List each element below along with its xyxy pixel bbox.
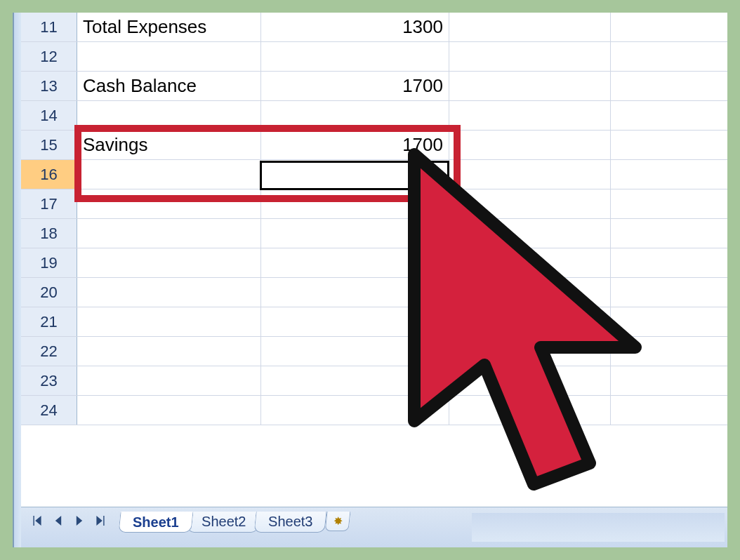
sheet-tabs: Sheet1 Sheet2 Sheet3 ✸ [119, 512, 350, 533]
cell-B13[interactable]: 1700 [261, 72, 449, 100]
cell-D24[interactable] [611, 396, 727, 425]
cell-A19[interactable] [77, 248, 261, 277]
sheet-nav-buttons [27, 512, 111, 530]
cell-B20[interactable] [261, 278, 449, 307]
row-header[interactable]: 15 [21, 131, 77, 159]
cell-A20[interactable] [77, 278, 261, 307]
left-gutter [14, 13, 21, 547]
cell-C16[interactable] [449, 160, 611, 189]
cell-C13[interactable] [449, 72, 611, 100]
cell-B21[interactable] [261, 307, 449, 336]
new-sheet-icon: ✸ [333, 514, 343, 528]
cell-D15[interactable] [611, 131, 727, 159]
cell-A24[interactable] [77, 396, 261, 425]
row-header[interactable]: 13 [21, 72, 77, 100]
row-17: 17 [21, 189, 727, 219]
row-header-active[interactable]: 16 [21, 160, 77, 189]
nav-next-icon[interactable] [69, 512, 90, 530]
cell-D18[interactable] [611, 219, 727, 248]
cell-B11[interactable]: 1300 [261, 13, 449, 41]
spreadsheet-window: 11 Total Expenses 1300 12 13 Cash Balanc… [13, 13, 727, 547]
cell-A13[interactable]: Cash Balance [77, 72, 261, 100]
row-24: 24 [21, 396, 727, 425]
row-18: 18 [21, 219, 727, 248]
row-23: 23 [21, 366, 727, 396]
cell-C20[interactable] [449, 278, 611, 307]
cell-A14[interactable] [77, 101, 261, 130]
row-20: 20 [21, 278, 727, 307]
grid-area[interactable]: 11 Total Expenses 1300 12 13 Cash Balanc… [21, 13, 727, 507]
row-header[interactable]: 11 [21, 13, 77, 41]
nav-last-icon[interactable] [90, 512, 111, 530]
cell-C23[interactable] [449, 366, 611, 395]
cell-A22[interactable] [77, 337, 261, 366]
cell-A23[interactable] [77, 366, 261, 395]
new-sheet-button[interactable]: ✸ [325, 512, 351, 531]
cell-B22[interactable] [261, 337, 449, 366]
row-header[interactable]: 17 [21, 189, 77, 218]
row-header[interactable]: 22 [21, 337, 77, 366]
cell-B19[interactable] [261, 248, 449, 277]
nav-prev-icon[interactable] [48, 512, 69, 530]
row-header[interactable]: 18 [21, 219, 77, 248]
cell-D11[interactable] [611, 13, 727, 41]
cell-D14[interactable] [611, 101, 727, 130]
cell-D22[interactable] [611, 337, 727, 366]
row-11: 11 Total Expenses 1300 [21, 13, 727, 42]
row-header[interactable]: 21 [21, 307, 77, 336]
cell-C19[interactable] [449, 248, 611, 277]
cell-A15[interactable]: Savings [77, 131, 261, 159]
horizontal-scrollbar[interactable] [472, 513, 725, 542]
cell-C14[interactable] [449, 101, 611, 130]
cell-B12[interactable] [261, 42, 449, 71]
cell-A17[interactable] [77, 189, 261, 218]
sheet-tab-sheet2[interactable]: Sheet2 [187, 512, 260, 533]
cell-B14[interactable] [261, 101, 449, 130]
cell-B16-active[interactable] [261, 160, 449, 189]
row-14: 14 [21, 101, 727, 131]
cell-D12[interactable] [611, 42, 727, 71]
row-header[interactable]: 20 [21, 278, 77, 307]
cell-A12[interactable] [77, 42, 261, 71]
row-header[interactable]: 12 [21, 42, 77, 71]
row-22: 22 [21, 337, 727, 366]
row-header[interactable]: 23 [21, 366, 77, 395]
cell-C18[interactable] [449, 219, 611, 248]
row-21: 21 [21, 307, 727, 337]
sheet-tab-bar: Sheet1 Sheet2 Sheet3 ✸ [21, 507, 727, 547]
cell-D16[interactable] [611, 160, 727, 189]
cell-C11[interactable] [449, 13, 611, 41]
cell-C21[interactable] [449, 307, 611, 336]
row-header[interactable]: 14 [21, 101, 77, 130]
cell-D17[interactable] [611, 189, 727, 218]
cell-B17[interactable] [261, 189, 449, 218]
cell-B24[interactable] [261, 396, 449, 425]
cell-D19[interactable] [611, 248, 727, 277]
cell-B18[interactable] [261, 219, 449, 248]
row-15: 15 Savings 1700 [21, 131, 727, 160]
nav-first-icon[interactable] [27, 512, 48, 530]
cell-C12[interactable] [449, 42, 611, 71]
cell-A21[interactable] [77, 307, 261, 336]
row-13: 13 Cash Balance 1700 [21, 72, 727, 101]
row-16: 16 [21, 160, 727, 189]
sheet-tab-sheet1[interactable]: Sheet1 [118, 512, 193, 533]
row-12: 12 [21, 42, 727, 72]
cell-A11[interactable]: Total Expenses [77, 13, 261, 41]
cell-C22[interactable] [449, 337, 611, 366]
cell-B23[interactable] [261, 366, 449, 395]
cell-B15[interactable]: 1700 [261, 131, 449, 159]
cell-C17[interactable] [449, 189, 611, 218]
row-header[interactable]: 24 [21, 396, 77, 425]
row-header[interactable]: 19 [21, 248, 77, 277]
cell-D13[interactable] [611, 72, 727, 100]
cell-A18[interactable] [77, 219, 261, 248]
row-19: 19 [21, 248, 727, 278]
cell-D20[interactable] [611, 278, 727, 307]
sheet-tab-sheet3[interactable]: Sheet3 [253, 512, 327, 533]
cell-D23[interactable] [611, 366, 727, 395]
cell-D21[interactable] [611, 307, 727, 336]
cell-C24[interactable] [449, 396, 611, 425]
cell-A16[interactable] [77, 160, 261, 189]
cell-C15[interactable] [449, 131, 611, 159]
